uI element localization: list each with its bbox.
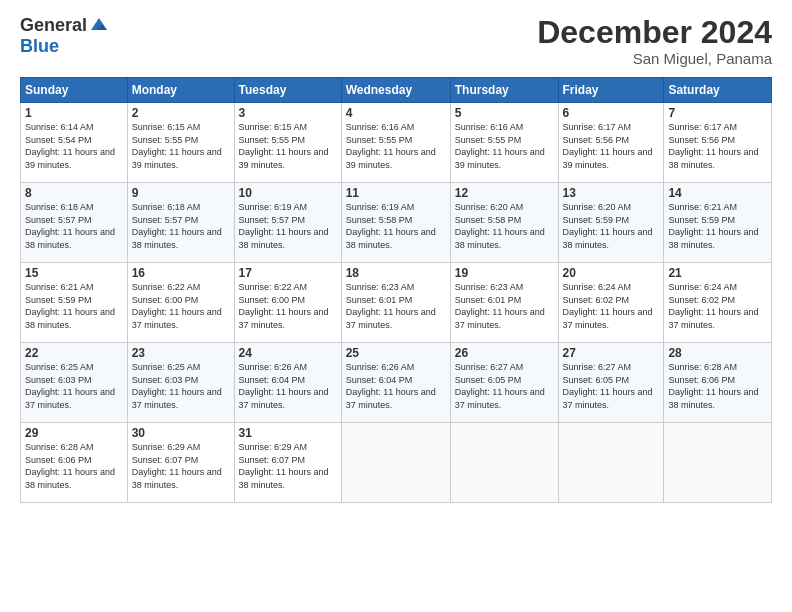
table-row: 14Sunrise: 6:21 AMSunset: 5:59 PMDayligh… xyxy=(664,183,772,263)
day-info: Sunrise: 6:29 AMSunset: 6:07 PMDaylight:… xyxy=(132,441,230,491)
col-monday: Monday xyxy=(127,78,234,103)
day-info: Sunrise: 6:21 AMSunset: 5:59 PMDaylight:… xyxy=(25,281,123,331)
day-number: 28 xyxy=(668,346,767,360)
title-area: December 2024 San Miguel, Panama xyxy=(537,15,772,67)
table-row: 19Sunrise: 6:23 AMSunset: 6:01 PMDayligh… xyxy=(450,263,558,343)
day-info: Sunrise: 6:27 AMSunset: 6:05 PMDaylight:… xyxy=(455,361,554,411)
logo-icon xyxy=(89,16,109,36)
calendar-week-row: 1Sunrise: 6:14 AMSunset: 5:54 PMDaylight… xyxy=(21,103,772,183)
day-number: 30 xyxy=(132,426,230,440)
table-row: 27Sunrise: 6:27 AMSunset: 6:05 PMDayligh… xyxy=(558,343,664,423)
table-row: 3Sunrise: 6:15 AMSunset: 5:55 PMDaylight… xyxy=(234,103,341,183)
day-info: Sunrise: 6:23 AMSunset: 6:01 PMDaylight:… xyxy=(455,281,554,331)
table-row: 11Sunrise: 6:19 AMSunset: 5:58 PMDayligh… xyxy=(341,183,450,263)
logo-area: General Blue xyxy=(20,15,109,57)
day-info: Sunrise: 6:19 AMSunset: 5:58 PMDaylight:… xyxy=(346,201,446,251)
table-row: 23Sunrise: 6:25 AMSunset: 6:03 PMDayligh… xyxy=(127,343,234,423)
day-info: Sunrise: 6:21 AMSunset: 5:59 PMDaylight:… xyxy=(668,201,767,251)
day-number: 15 xyxy=(25,266,123,280)
day-number: 16 xyxy=(132,266,230,280)
table-row: 25Sunrise: 6:26 AMSunset: 6:04 PMDayligh… xyxy=(341,343,450,423)
calendar-table: Sunday Monday Tuesday Wednesday Thursday… xyxy=(20,77,772,503)
day-number: 23 xyxy=(132,346,230,360)
day-number: 17 xyxy=(239,266,337,280)
day-number: 27 xyxy=(563,346,660,360)
col-tuesday: Tuesday xyxy=(234,78,341,103)
day-number: 5 xyxy=(455,106,554,120)
day-info: Sunrise: 6:15 AMSunset: 5:55 PMDaylight:… xyxy=(132,121,230,171)
col-thursday: Thursday xyxy=(450,78,558,103)
day-number: 2 xyxy=(132,106,230,120)
day-info: Sunrise: 6:25 AMSunset: 6:03 PMDaylight:… xyxy=(132,361,230,411)
day-info: Sunrise: 6:26 AMSunset: 6:04 PMDaylight:… xyxy=(239,361,337,411)
calendar-week-row: 29Sunrise: 6:28 AMSunset: 6:06 PMDayligh… xyxy=(21,423,772,503)
table-row: 18Sunrise: 6:23 AMSunset: 6:01 PMDayligh… xyxy=(341,263,450,343)
calendar-header-row: Sunday Monday Tuesday Wednesday Thursday… xyxy=(21,78,772,103)
calendar-week-row: 8Sunrise: 6:18 AMSunset: 5:57 PMDaylight… xyxy=(21,183,772,263)
day-info: Sunrise: 6:24 AMSunset: 6:02 PMDaylight:… xyxy=(668,281,767,331)
day-number: 4 xyxy=(346,106,446,120)
logo: General xyxy=(20,15,109,36)
day-info: Sunrise: 6:27 AMSunset: 6:05 PMDaylight:… xyxy=(563,361,660,411)
table-row: 13Sunrise: 6:20 AMSunset: 5:59 PMDayligh… xyxy=(558,183,664,263)
day-info: Sunrise: 6:26 AMSunset: 6:04 PMDaylight:… xyxy=(346,361,446,411)
table-row: 28Sunrise: 6:28 AMSunset: 6:06 PMDayligh… xyxy=(664,343,772,423)
day-info: Sunrise: 6:23 AMSunset: 6:01 PMDaylight:… xyxy=(346,281,446,331)
calendar-week-row: 22Sunrise: 6:25 AMSunset: 6:03 PMDayligh… xyxy=(21,343,772,423)
day-info: Sunrise: 6:28 AMSunset: 6:06 PMDaylight:… xyxy=(668,361,767,411)
day-number: 20 xyxy=(563,266,660,280)
day-info: Sunrise: 6:20 AMSunset: 5:59 PMDaylight:… xyxy=(563,201,660,251)
logo-blue: Blue xyxy=(20,36,59,57)
table-row: 1Sunrise: 6:14 AMSunset: 5:54 PMDaylight… xyxy=(21,103,128,183)
day-number: 14 xyxy=(668,186,767,200)
table-row: 12Sunrise: 6:20 AMSunset: 5:58 PMDayligh… xyxy=(450,183,558,263)
day-number: 12 xyxy=(455,186,554,200)
table-row xyxy=(341,423,450,503)
table-row: 24Sunrise: 6:26 AMSunset: 6:04 PMDayligh… xyxy=(234,343,341,423)
day-info: Sunrise: 6:16 AMSunset: 5:55 PMDaylight:… xyxy=(455,121,554,171)
table-row: 8Sunrise: 6:18 AMSunset: 5:57 PMDaylight… xyxy=(21,183,128,263)
day-info: Sunrise: 6:17 AMSunset: 5:56 PMDaylight:… xyxy=(668,121,767,171)
day-number: 31 xyxy=(239,426,337,440)
day-info: Sunrise: 6:14 AMSunset: 5:54 PMDaylight:… xyxy=(25,121,123,171)
day-info: Sunrise: 6:29 AMSunset: 6:07 PMDaylight:… xyxy=(239,441,337,491)
table-row: 17Sunrise: 6:22 AMSunset: 6:00 PMDayligh… xyxy=(234,263,341,343)
day-number: 1 xyxy=(25,106,123,120)
day-info: Sunrise: 6:16 AMSunset: 5:55 PMDaylight:… xyxy=(346,121,446,171)
page: General Blue December 2024 San Miguel, P… xyxy=(0,0,792,513)
day-number: 18 xyxy=(346,266,446,280)
day-number: 19 xyxy=(455,266,554,280)
day-info: Sunrise: 6:25 AMSunset: 6:03 PMDaylight:… xyxy=(25,361,123,411)
table-row: 2Sunrise: 6:15 AMSunset: 5:55 PMDaylight… xyxy=(127,103,234,183)
table-row: 9Sunrise: 6:18 AMSunset: 5:57 PMDaylight… xyxy=(127,183,234,263)
day-info: Sunrise: 6:24 AMSunset: 6:02 PMDaylight:… xyxy=(563,281,660,331)
day-number: 24 xyxy=(239,346,337,360)
day-number: 3 xyxy=(239,106,337,120)
table-row: 5Sunrise: 6:16 AMSunset: 5:55 PMDaylight… xyxy=(450,103,558,183)
day-number: 10 xyxy=(239,186,337,200)
header: General Blue December 2024 San Miguel, P… xyxy=(20,15,772,67)
day-info: Sunrise: 6:28 AMSunset: 6:06 PMDaylight:… xyxy=(25,441,123,491)
day-info: Sunrise: 6:15 AMSunset: 5:55 PMDaylight:… xyxy=(239,121,337,171)
table-row: 20Sunrise: 6:24 AMSunset: 6:02 PMDayligh… xyxy=(558,263,664,343)
table-row xyxy=(664,423,772,503)
day-info: Sunrise: 6:18 AMSunset: 5:57 PMDaylight:… xyxy=(25,201,123,251)
day-number: 25 xyxy=(346,346,446,360)
month-title: December 2024 xyxy=(537,15,772,50)
day-number: 21 xyxy=(668,266,767,280)
col-friday: Friday xyxy=(558,78,664,103)
table-row xyxy=(450,423,558,503)
table-row: 16Sunrise: 6:22 AMSunset: 6:00 PMDayligh… xyxy=(127,263,234,343)
day-info: Sunrise: 6:20 AMSunset: 5:58 PMDaylight:… xyxy=(455,201,554,251)
table-row: 22Sunrise: 6:25 AMSunset: 6:03 PMDayligh… xyxy=(21,343,128,423)
day-number: 26 xyxy=(455,346,554,360)
col-saturday: Saturday xyxy=(664,78,772,103)
col-sunday: Sunday xyxy=(21,78,128,103)
table-row: 15Sunrise: 6:21 AMSunset: 5:59 PMDayligh… xyxy=(21,263,128,343)
location: San Miguel, Panama xyxy=(537,50,772,67)
day-info: Sunrise: 6:22 AMSunset: 6:00 PMDaylight:… xyxy=(239,281,337,331)
day-info: Sunrise: 6:18 AMSunset: 5:57 PMDaylight:… xyxy=(132,201,230,251)
table-row: 7Sunrise: 6:17 AMSunset: 5:56 PMDaylight… xyxy=(664,103,772,183)
table-row xyxy=(558,423,664,503)
logo-general: General xyxy=(20,15,87,36)
